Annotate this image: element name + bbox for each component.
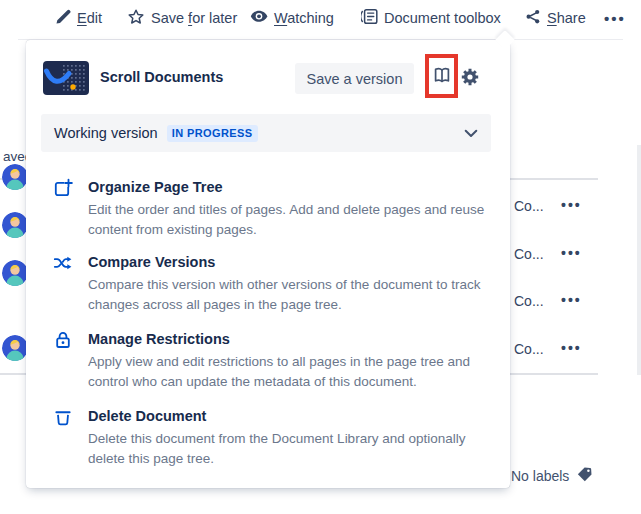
share-button[interactable]: Share xyxy=(524,7,586,29)
eye-icon xyxy=(250,10,268,26)
menu-item-title: Compare Versions xyxy=(88,252,496,272)
organize-page-tree-icon xyxy=(53,177,73,239)
menu-item-text: Compare Versions Compare this version wi… xyxy=(88,252,496,314)
menu-item-description: Delete this document from the Document L… xyxy=(88,429,496,468)
confluence-page: Edit Save for later Watching Document to… xyxy=(0,0,641,514)
share-icon xyxy=(524,8,541,28)
chevron-down-icon xyxy=(464,129,478,138)
save-for-later-button[interactable]: Save for later xyxy=(127,7,237,29)
lock-icon xyxy=(53,329,73,391)
no-labels-text: No labels xyxy=(511,468,569,484)
avatar[interactable] xyxy=(2,212,28,238)
menu-item-delete-document[interactable]: Delete Document Delete this document fro… xyxy=(53,406,501,468)
open-book-icon xyxy=(431,64,453,89)
compare-versions-icon xyxy=(53,252,73,314)
scroll-documents-logo xyxy=(43,61,89,95)
ellipsis-icon: ••• xyxy=(604,10,626,27)
version-selector[interactable]: Working version IN PROGRESS xyxy=(41,114,491,152)
save-a-version-button[interactable]: Save a version xyxy=(295,63,414,94)
status-badge: IN PROGRESS xyxy=(167,125,258,142)
version-name: Working version xyxy=(54,125,158,141)
more-actions-button[interactable]: ••• xyxy=(604,7,626,29)
labels-button[interactable]: No labels xyxy=(511,466,592,486)
tag-icon xyxy=(575,466,592,486)
row-actions-button[interactable]: ••• xyxy=(561,245,582,261)
table-cell-truncated: Co... xyxy=(514,246,544,262)
document-library-button[interactable] xyxy=(430,64,454,88)
row-actions-button[interactable]: ••• xyxy=(561,340,582,356)
row-actions-button[interactable]: ••• xyxy=(561,292,582,308)
menu-item-title: Manage Restrictions xyxy=(88,329,496,349)
watching-button[interactable]: Watching xyxy=(250,7,334,29)
menu-item-organize-page-tree[interactable]: Organize Page Tree Edit the order and ti… xyxy=(53,177,501,239)
app-title: Scroll Documents xyxy=(100,69,223,85)
menu-item-description: Apply view and edit restrictions to all … xyxy=(88,352,496,391)
avatar[interactable] xyxy=(2,260,28,286)
watching-label: Watching xyxy=(274,10,334,26)
annotation-highlight xyxy=(425,54,458,98)
edit-label: Edit xyxy=(77,10,102,26)
edit-button[interactable]: Edit xyxy=(55,7,102,29)
document-toolbox-icon xyxy=(361,8,378,28)
menu-item-manage-restrictions[interactable]: Manage Restrictions Apply view and edit … xyxy=(53,329,501,391)
document-toolbox-label: Document toolbox xyxy=(384,10,501,26)
scroll-documents-popover: Scroll Documents Save a version Working … xyxy=(26,40,510,488)
menu-item-text: Manage Restrictions Apply view and edit … xyxy=(88,329,496,391)
avatar[interactable] xyxy=(2,335,28,361)
menu-item-text: Delete Document Delete this document fro… xyxy=(88,406,496,468)
table-cell-truncated: Co... xyxy=(514,198,544,214)
share-label: Share xyxy=(547,10,586,26)
gear-icon xyxy=(459,66,481,91)
scrollbar[interactable] xyxy=(637,145,641,375)
document-toolbox-button[interactable]: Document toolbox xyxy=(361,7,501,29)
table-cell-truncated: Co... xyxy=(514,341,544,357)
trash-icon xyxy=(53,406,73,468)
pencil-icon xyxy=(55,9,71,28)
menu-item-compare-versions[interactable]: Compare Versions Compare this version wi… xyxy=(53,252,501,314)
table-cell-truncated: Co... xyxy=(514,293,544,309)
menu-item-description: Compare this version with other versions… xyxy=(88,275,496,314)
menu-item-text: Organize Page Tree Edit the order and ti… xyxy=(88,177,496,239)
star-icon xyxy=(127,8,145,29)
settings-button[interactable] xyxy=(459,67,481,89)
menu-item-description: Edit the order and titles of pages. Add … xyxy=(88,200,496,239)
menu-item-title: Delete Document xyxy=(88,406,496,426)
row-actions-button[interactable]: ••• xyxy=(561,197,582,213)
menu-item-title: Organize Page Tree xyxy=(88,177,496,197)
avatar[interactable] xyxy=(2,164,28,190)
save-for-later-label: Save for later xyxy=(151,10,237,26)
